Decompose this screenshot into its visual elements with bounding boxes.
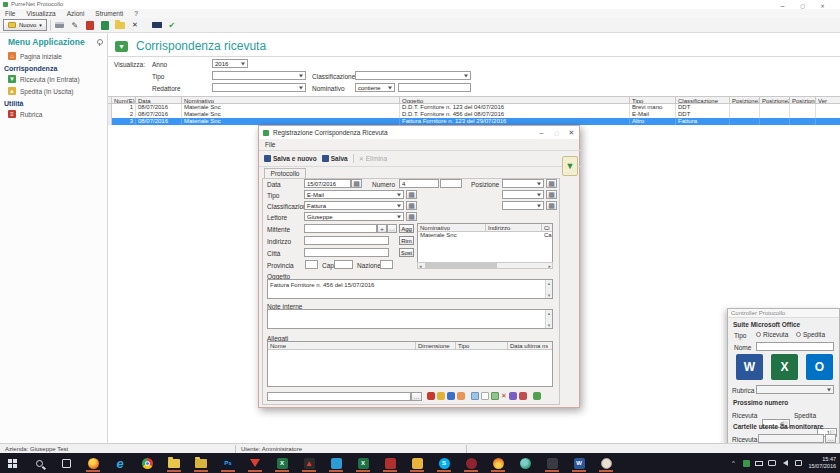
list-col-indirizzo[interactable]: Indirizzo — [486, 224, 542, 231]
col-tipo[interactable]: Tipo — [630, 97, 676, 103]
file-explorer-icon[interactable] — [164, 455, 184, 471]
taskbar-clock[interactable]: 15:47 15/07/2016 — [806, 456, 836, 470]
excel-app-icon[interactable]: X — [272, 455, 292, 471]
tipo-select[interactable]: E-Mail — [304, 190, 404, 199]
list-item[interactable]: Materiale Snc Ca — [418, 232, 552, 239]
word-app-icon[interactable]: W — [569, 455, 589, 471]
table-row-selected[interactable]: 3 08/07/2016 Materiale Snc Fattura Forni… — [108, 118, 840, 125]
citta-input[interactable] — [304, 248, 389, 257]
start-button[interactable] — [2, 455, 22, 471]
scroll-up-icon[interactable]: ▴ — [548, 310, 551, 316]
copy-icon[interactable] — [471, 392, 479, 400]
classificazione-lookup-icon[interactable]: ▦ — [406, 201, 417, 210]
tray-app-icon[interactable] — [741, 458, 751, 468]
print-attachment-icon[interactable] — [519, 392, 527, 400]
export-pdf-icon[interactable] — [84, 19, 96, 31]
word-icon[interactable]: W — [736, 354, 763, 380]
open-folder-icon[interactable] — [114, 19, 126, 31]
menu-strumenti[interactable]: Strumenti — [95, 10, 123, 17]
ricevuta-shortcut-button[interactable]: ▼ — [562, 156, 578, 176]
export-excel-icon[interactable] — [99, 19, 111, 31]
sidebar-item-spedita[interactable]: ▲ Spedita (In Uscita) — [0, 85, 107, 97]
data-input[interactable]: 15/07/2016 — [304, 179, 351, 188]
delete-icon[interactable]: ✕ — [129, 19, 141, 31]
outlook-icon[interactable]: O — [806, 354, 833, 380]
table-row[interactable]: 2 08/07/2016 Materiale Snc D.D.T. Fornit… — [108, 111, 840, 118]
sidebar-item-rubrica[interactable]: ≡ Rubrica — [0, 108, 107, 120]
sost-button[interactable]: Sost — [399, 248, 414, 257]
oggetto-textarea[interactable]: Fattura Fornitore n. 456 del 15/07/2016 … — [267, 279, 553, 299]
cartella-ricevuta-input[interactable] — [758, 434, 824, 443]
attach-extract-icon[interactable] — [437, 392, 445, 400]
browse-file-icon[interactable]: … — [411, 392, 422, 401]
numero-sub-input[interactable] — [440, 179, 462, 188]
table-row[interactable]: 1 08/07/2016 Materiale Snc D.D.T. Fornit… — [108, 104, 840, 111]
nominativo-input[interactable] — [398, 83, 471, 92]
lettore-lookup-icon[interactable]: ▦ — [406, 212, 417, 221]
menu-visualizza[interactable]: Visualizza — [26, 10, 55, 17]
col-data[interactable]: Data — [136, 97, 182, 103]
nominativo-op-select[interactable]: contiene — [355, 83, 395, 92]
app-red-icon[interactable] — [380, 455, 400, 471]
attach-mail-icon[interactable] — [457, 392, 465, 400]
photoshop-icon[interactable]: Ps — [218, 455, 238, 471]
salva-e-nuovo-button[interactable]: Salva e nuovo — [264, 155, 317, 162]
sidebar-item-pagina-iniziale[interactable]: ⌂ Pagina iniziale — [0, 50, 107, 62]
scroll-right-icon[interactable]: ▸ — [547, 263, 552, 269]
col-num[interactable]: Num(E) — [112, 97, 136, 103]
network-icon[interactable] — [767, 458, 777, 468]
col-nominativo[interactable]: Nominativo — [182, 97, 400, 103]
excel2-icon[interactable]: X — [353, 455, 373, 471]
col-classificazione[interactable]: Classificazione — [676, 97, 730, 103]
posizione-lookup-icon[interactable]: ▦ — [546, 179, 557, 188]
lettore-select[interactable]: Giuseppe — [304, 212, 404, 221]
folder-go-icon[interactable] — [491, 392, 499, 400]
classificazione-select[interactable]: Fattura — [304, 201, 404, 210]
acrobat-icon[interactable]: ▲ — [299, 455, 319, 471]
flame-app-icon[interactable] — [488, 455, 508, 471]
scroll-left-icon[interactable]: ◂ — [418, 263, 423, 269]
chrome-icon[interactable] — [137, 455, 157, 471]
tray-expand-icon[interactable]: ^ — [728, 458, 738, 468]
list-h-scrollbar[interactable]: ◂ ▸ — [417, 262, 553, 269]
posizione3-lookup-icon[interactable]: ▦ — [546, 201, 557, 210]
col-posizione2[interactable]: Posizione2 — [760, 97, 790, 103]
redattore-select[interactable] — [212, 83, 306, 92]
numero-input[interactable]: 4 — [399, 179, 439, 188]
mittente-input[interactable] — [304, 224, 377, 233]
menu-help[interactable]: ? — [134, 10, 138, 17]
col-oggetto[interactable]: Oggetto — [400, 97, 630, 103]
sticky-notes-icon[interactable] — [407, 455, 427, 471]
scroll-up-icon[interactable]: ▴ — [548, 280, 551, 286]
nome-input[interactable] — [756, 342, 834, 351]
tab-protocollo[interactable]: Protocollo — [264, 168, 306, 178]
excel-icon[interactable]: X — [771, 354, 798, 380]
posizione3-select[interactable] — [502, 201, 544, 210]
taskbar-search-icon[interactable] — [29, 455, 49, 471]
allegati-col-data[interactable]: Data ultima mo... — [508, 342, 548, 349]
dialog-menu-file[interactable]: File — [265, 141, 275, 148]
dialog-maximize-button[interactable]: ▢ — [549, 127, 564, 138]
nazione-input[interactable] — [380, 260, 393, 269]
allegati-col-nome[interactable]: Nome — [268, 342, 416, 349]
pin-icon[interactable] — [96, 39, 102, 45]
edit-icon[interactable]: ✎ — [69, 19, 81, 31]
posizione2-lookup-icon[interactable]: ▦ — [546, 190, 557, 199]
list-col-citta[interactable]: Ci — [542, 224, 552, 231]
salva-button[interactable]: Salva — [322, 155, 348, 162]
camera-app-icon[interactable] — [542, 455, 562, 471]
dialog-close-button[interactable]: ✕ — [564, 127, 579, 138]
volume-icon[interactable] — [780, 458, 790, 468]
task-view-icon[interactable] — [56, 455, 76, 471]
note-interne-textarea[interactable]: ▴▾ — [267, 309, 553, 329]
dialog-minimize-button[interactable]: – — [534, 127, 549, 138]
list-col-nominativo[interactable]: Nominativo — [418, 224, 486, 231]
anno-select[interactable]: 2016 — [212, 59, 248, 68]
rim-button[interactable]: Rim — [399, 236, 414, 245]
nuovo-button[interactable]: Nuovo ▾ — [3, 19, 47, 31]
attach-open-icon[interactable] — [447, 392, 455, 400]
skype-icon[interactable]: S — [434, 455, 454, 471]
scroll-down-icon[interactable]: ▾ — [548, 322, 551, 328]
col-posizione3[interactable]: Posizione3 — [790, 97, 816, 103]
tipo-filter-select[interactable] — [212, 71, 306, 80]
